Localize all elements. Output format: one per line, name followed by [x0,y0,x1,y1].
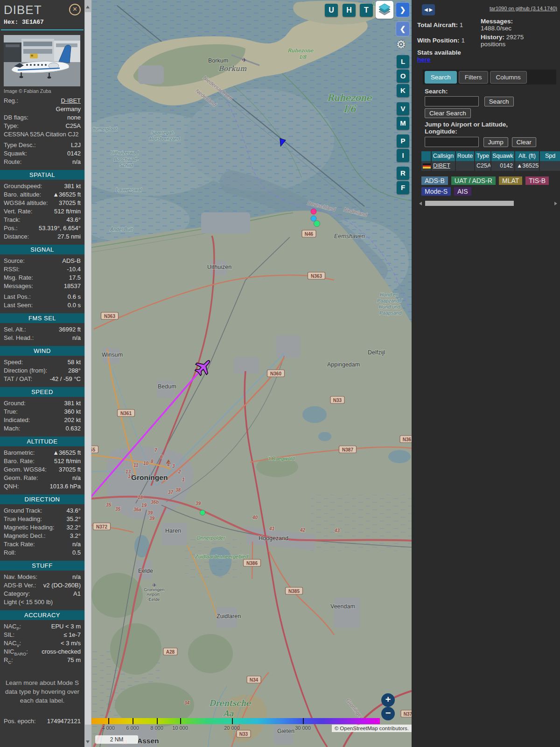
data-row: ADS-B Ver.:v2 (DO-260B) [0,581,84,590]
aircraft-row[interactable]: DIBETC25A0142▲36525 [421,161,560,171]
aircraft-callsign-link[interactable]: DIBET [433,162,450,169]
panel-collapse-button[interactable]: ◀ ▶ [422,4,435,15]
jump-input[interactable] [425,137,479,147]
data-row-value[interactable]: D-IBET [61,97,81,105]
map-label: Paapzand / [377,298,402,303]
hscroll-thumb[interactable] [425,201,514,206]
badge-ais[interactable]: AIS [454,187,471,196]
data-row: Category:A1 [0,590,84,598]
site-marker-pink[interactable] [311,209,316,214]
map-button-k[interactable]: K [397,84,409,97]
hscroll-left-icon[interactable] [419,202,422,205]
map-label: Appingedam [327,361,360,368]
badge-mlat[interactable]: MLAT [499,176,522,185]
data-row-label: QNH: [4,482,19,491]
col-header-Spd[interactable]: Spd [540,151,560,161]
data-row-value: 58 kt [68,358,81,366]
map-button-m[interactable]: M [397,117,409,130]
map-button-v[interactable]: V [397,102,409,115]
map-button-l[interactable]: L [397,55,409,68]
data-row-value: 288° [68,366,81,375]
zoom-out-button[interactable]: − [381,707,395,720]
scroll-up-icon[interactable] [86,6,90,8]
table-hscrollbar[interactable] [418,200,557,207]
clear-jump-button[interactable]: Clear [512,137,536,147]
scroll-down-icon[interactable] [86,740,90,743]
search-button[interactable]: Search [484,97,514,106]
col-header-Alt. (ft)[interactable]: Alt. (ft) [515,151,540,161]
history-forward-button[interactable]: ❯ [396,2,410,17]
table-cell [421,161,432,171]
badge-tis-b[interactable]: TIS-B [525,176,549,185]
sidebar-scrollbar-thumb[interactable] [85,12,91,725]
table-cell: C25A [475,161,491,171]
map-label: Boschwad- [114,156,138,162]
data-row: Track Rate:n/a [0,540,84,549]
col-header-Squawk[interactable]: Squawk [491,151,515,161]
hscroll-right-icon[interactable] [554,202,557,205]
layers-icon [376,1,393,19]
close-icon[interactable]: ✕ [69,4,81,15]
gear-icon[interactable]: ⚙ [396,38,406,51]
exit-number: 10 [143,461,149,466]
road-shield-n372: N372 [93,523,111,530]
map-attribution: © OpenStreetMap contributors. [332,725,412,732]
section-header-speed: SPEED [0,387,84,397]
tab-filters[interactable]: Filters [459,71,488,84]
svg-text:N361: N361 [120,411,132,416]
search-form: Search: Search Clear Search Jump to Airp… [425,88,558,147]
map-button-h[interactable]: H [343,4,356,17]
map-button-t[interactable]: T [360,4,373,17]
legend-tick [303,718,304,724]
map-label: Eelde [138,568,153,574]
col-header-Callsign[interactable]: Callsign [432,151,456,161]
col-header-flag[interactable] [421,151,432,161]
data-row-value: 36992 ft [59,325,81,334]
col-header-Route[interactable]: Route [456,151,475,161]
exit-number: 6 [160,454,163,459]
data-row-label: Direction (from): [4,366,47,375]
stats-here-link[interactable]: here [417,56,431,63]
zoom-in-button[interactable]: + [381,693,395,707]
exit-number: 36b [151,500,159,505]
badge-uat-ads-r[interactable]: UAT / ADS-R [451,176,496,185]
map-label: I/6 [343,104,357,114]
tab-columns[interactable]: Columns [490,71,527,84]
data-row: SIL:≤ 1e-7 [0,631,84,639]
history-back-button[interactable]: ❮ [396,21,410,36]
search-input[interactable] [425,96,479,106]
sidebar-scrollbar[interactable] [84,0,91,747]
clear-search-button[interactable]: Clear Search [425,108,471,118]
tab-search[interactable]: Search [425,71,457,84]
github-link[interactable]: tar1090 on github (3.14.1740) [490,6,557,11]
divider [1,29,84,30]
site-marker-blue[interactable] [311,216,316,221]
map-button-p[interactable]: P [397,134,409,148]
site-marker-green[interactable] [314,221,320,227]
data-row: Barometric:▲36525 ft [0,449,84,457]
exit-number: 36a [133,507,141,512]
map-button-f[interactable]: F [397,181,409,194]
site-marker-green2[interactable] [200,510,205,515]
exit-number: 19 [141,503,147,508]
jump-label-2: Longitude: [425,128,558,135]
badge-mode-s[interactable]: Mode-S [421,187,451,196]
data-row-value: 381 kt [64,182,81,190]
data-row-value: 37025 ft [59,465,81,474]
map-label: Horsbornzand [149,136,181,141]
layers-button[interactable] [376,1,393,19]
badge-ads-b[interactable]: ADS-B [421,176,448,185]
data-row-label: Baro. Rate: [4,457,35,465]
data-row-value: 17.5 [69,274,81,282]
col-header-Type[interactable]: Type [475,151,491,161]
map-button-u[interactable]: U [325,4,338,17]
map-label: Assen [137,737,159,745]
data-row-value: ≤ 1e-7 [63,631,81,639]
jump-button[interactable]: Jump [483,137,508,147]
map-canvas[interactable]: ✈ ✈ N46N363N363N360N33N361N355N387N36N37… [91,0,412,747]
map-button-r[interactable]: R [397,167,409,180]
aircraft-photo[interactable] [4,35,80,86]
data-row-value: 0.5 [72,549,81,557]
map-button-o[interactable]: O [397,70,409,83]
map-button-i[interactable]: I [397,149,409,162]
